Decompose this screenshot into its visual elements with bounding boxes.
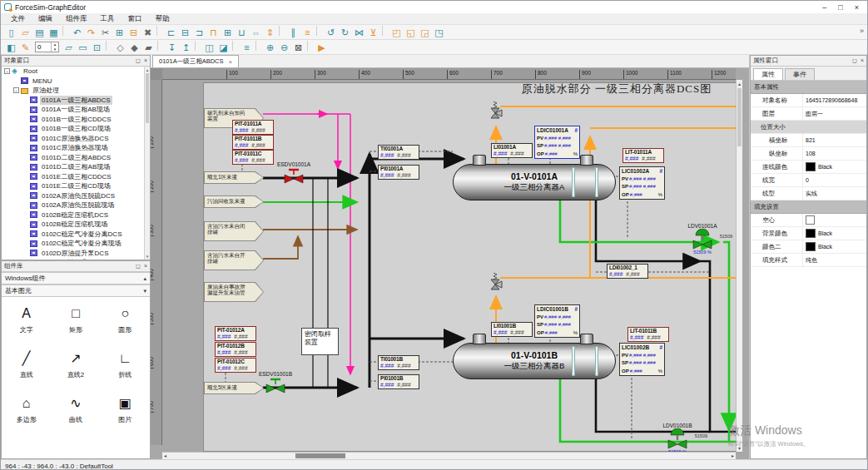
tree-item[interactable]: 0101B一级三相CDDCS (2, 115, 144, 125)
toolbar-button[interactable]: ◇ (113, 41, 127, 54)
toolbar-button[interactable]: ◧ (4, 41, 18, 54)
tree-item[interactable]: 0101C原油换热器DCS (2, 134, 144, 144)
menu-item[interactable]: 帮助 (149, 13, 176, 25)
toolbar-button[interactable]: ⊞ (221, 26, 235, 39)
toolbar-button[interactable]: ↺ (324, 26, 338, 39)
controller-tag[interactable]: LIC01002A# PV#,### #,### SP#,### #,### O… (619, 166, 665, 200)
toolbar-button[interactable]: ◫ (202, 41, 216, 54)
relief-valve-icon[interactable] (489, 100, 505, 121)
toolbar-button[interactable] (195, 41, 201, 51)
tree-item[interactable]: 0102D原油提升泵现场 (2, 258, 144, 260)
toolbar-button[interactable]: ↻ (338, 26, 352, 39)
palette-section-basic[interactable]: 基本图元 ▾ (2, 284, 150, 297)
toolbar-button[interactable]: ↧ (165, 41, 179, 54)
scrollbar-thumb[interactable] (737, 88, 742, 146)
instrument-tag[interactable]: TI01001A #,####,### (378, 145, 419, 160)
property-value[interactable]: Black (802, 161, 866, 173)
toolbar-button[interactable] (382, 26, 388, 36)
toolbar-button[interactable]: ◪ (216, 41, 231, 54)
property-value[interactable] (802, 214, 866, 226)
toolbar-button[interactable]: ⋈ (352, 26, 366, 39)
tree-item[interactable]: 0101B一级三相CD现场 (2, 124, 144, 134)
palette-item[interactable]: ╱ 直线 (2, 350, 51, 395)
float-panel-icon[interactable]: ◻ (136, 57, 141, 64)
scrollbar-thumb[interactable] (146, 73, 149, 123)
property-value[interactable]: Black (802, 240, 866, 253)
tree-item[interactable]: 0101A一级三相ABDCS (2, 96, 144, 106)
toolbar-button[interactable]: ▱ (18, 26, 32, 39)
toolbar-button[interactable]: ⊓ (206, 26, 221, 39)
toolbar-button[interactable]: ✎ (18, 41, 32, 54)
level-dump-valve[interactable]: LDV01001B 51509 51509 % (652, 423, 702, 454)
instrument-tag[interactable]: TI01001B #,####,### (378, 355, 419, 370)
instrument-tag[interactable]: PIT-01011A #,####,### (232, 120, 274, 135)
float-panel-icon[interactable]: ◻ (136, 263, 141, 270)
instrument-tag[interactable]: LIT-01011A #,####,### (622, 148, 664, 163)
property-value[interactable]: 纯色 (802, 254, 866, 266)
toolbar-button[interactable] (307, 41, 313, 51)
instrument-tag[interactable]: LI01001A #,####,### (491, 143, 533, 158)
line-width-input[interactable] (36, 42, 51, 52)
property-value[interactable]: 实线 (802, 187, 866, 200)
toolbar-button[interactable]: ⊕ (263, 41, 277, 54)
toolbar-button[interactable] (157, 41, 163, 51)
toolbar-button[interactable]: ◆ (127, 41, 141, 54)
toolbar-button[interactable] (279, 26, 285, 36)
stream-callout[interactable]: 原油来自事故泄 漏提升泵来油管 (204, 282, 264, 302)
spin-down-icon[interactable]: ▾ (52, 47, 58, 52)
canvas-horizontal-scrollbar[interactable]: ◂ ▸ (162, 452, 736, 459)
instrument-tag[interactable]: PI01001A #,####,### (378, 165, 419, 180)
property-value[interactable]: 图层一 (802, 107, 866, 120)
menu-item[interactable]: 工具 (94, 13, 122, 25)
scroll-left-icon[interactable]: ◂ (164, 453, 166, 459)
toolbar-button[interactable] (232, 41, 238, 51)
toolbar-button[interactable] (156, 26, 162, 36)
toolbar-button[interactable]: ▦ (47, 26, 61, 39)
toolbar-button[interactable] (255, 41, 261, 51)
scroll-down-icon[interactable]: ▾ (737, 445, 742, 451)
toolbar-button[interactable]: ⊻ (366, 26, 380, 39)
stream-callout[interactable]: 含油污水来自开 排罐 (204, 250, 264, 270)
menu-item[interactable]: 组件库 (59, 13, 94, 25)
instrument-tag[interactable]: PIT-01012B #,####,### (215, 342, 256, 357)
toolbar-button[interactable]: ⊖ (277, 41, 291, 54)
instrument-tag[interactable]: LDI01002_1 #,####,### (607, 264, 648, 279)
properties-tab[interactable]: 事件 (785, 68, 815, 80)
close-button[interactable]: × (855, 3, 859, 12)
property-value[interactable]: 0 (802, 174, 866, 186)
palette-item[interactable]: ⌂ 多边形 (2, 395, 51, 440)
scroll-up-icon[interactable]: ▴ (737, 81, 742, 87)
stream-callout[interactable]: 污油回收泵来液 (204, 195, 264, 208)
tree-item[interactable]: 0102A原油负压脱硫现场 (2, 200, 144, 210)
tree-item[interactable]: 0101D二级三相AB现场 (2, 162, 144, 172)
toolbar-button[interactable]: ◳ (432, 26, 446, 39)
toolbar-button[interactable]: ▯ (4, 26, 18, 39)
palette-item[interactable]: A 文字 (2, 305, 51, 350)
tree-expander-icon[interactable]: - (13, 87, 19, 93)
menu-item[interactable]: 文件 (4, 13, 32, 25)
tree-item[interactable]: - Root (2, 67, 144, 77)
property-value[interactable]: Black (802, 227, 866, 240)
toolbar-button[interactable]: ↶ (70, 26, 84, 39)
chevron-down-icon[interactable]: ▾ (143, 288, 146, 294)
toolbar-button[interactable] (106, 41, 112, 51)
property-value[interactable]: 108 (802, 147, 866, 160)
tree-scrollbar[interactable]: ▴ ▾ (144, 67, 150, 260)
tree-item[interactable]: - 原油处理 (2, 86, 144, 96)
tree-item[interactable]: 0101E二级三相CD现场 (2, 181, 144, 191)
instrument-tag[interactable]: PI01001B #,####,### (378, 374, 419, 389)
toolbar-button[interactable]: ◲ (418, 26, 432, 39)
instrument-tag[interactable]: PIT-01012C #,####,### (215, 358, 256, 373)
float-panel-icon[interactable]: ◻ (852, 57, 857, 64)
toolbar-button[interactable] (316, 26, 322, 36)
property-value[interactable]: 821 (802, 134, 866, 146)
separator-vessel[interactable]: 01-V-0101B 一级三相分离器B (453, 343, 616, 379)
toolbar-button[interactable]: ◰ (389, 26, 404, 39)
minimize-button[interactable]: – (822, 3, 826, 12)
level-dump-valve[interactable]: LDV01001A 51509 51509 % (677, 223, 727, 255)
close-panel-icon[interactable]: × (144, 57, 147, 64)
palette-item[interactable]: ∟ 折线 (101, 350, 150, 395)
close-panel-icon[interactable]: × (144, 263, 147, 270)
esd-valve[interactable]: ESDV01001A (269, 161, 319, 185)
closed-sampler-box[interactable]: 密闭取样 装置 (301, 328, 339, 355)
